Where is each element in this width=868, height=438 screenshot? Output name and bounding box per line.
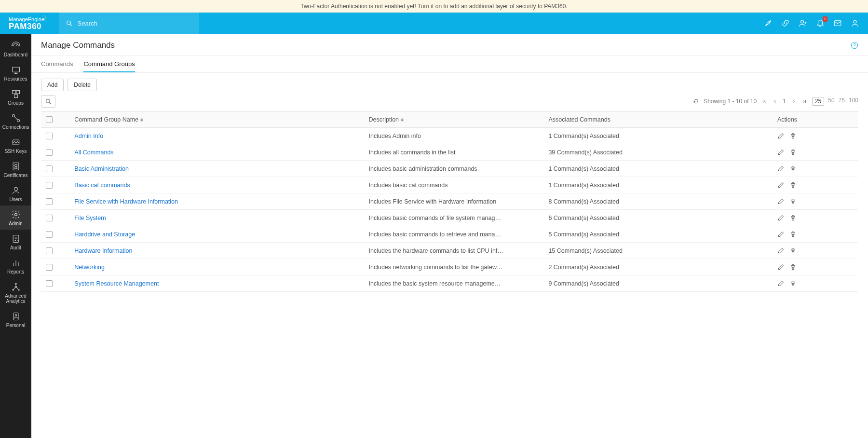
- group-assoc: 8 Command(s) Associated: [543, 193, 773, 210]
- nav-item-ssh-keys[interactable]: SSH Keys: [0, 133, 31, 157]
- search-input[interactable]: [78, 20, 192, 27]
- group-name-link[interactable]: Networking: [74, 264, 105, 271]
- tab-command-groups[interactable]: Command Groups: [83, 60, 135, 72]
- nav-item-certificates[interactable]: Certificates: [0, 157, 31, 181]
- edit-icon[interactable]: [777, 132, 785, 139]
- link-icon[interactable]: [781, 19, 790, 27]
- page-size-50[interactable]: 50: [828, 97, 834, 106]
- group-name-link[interactable]: File Service with Hardware Information: [74, 198, 178, 205]
- col-header-name[interactable]: Command Group Name: [69, 112, 364, 128]
- search-icon: [66, 20, 73, 27]
- nav-item-audit[interactable]: Audit: [0, 230, 31, 254]
- page-header: Manage Commands: [31, 34, 868, 55]
- row-checkbox[interactable]: [46, 165, 53, 172]
- table-search-toggle[interactable]: [41, 95, 55, 108]
- page-size-100[interactable]: 100: [849, 97, 858, 106]
- nav-icon: [11, 234, 21, 244]
- row-actions: [777, 165, 854, 172]
- delete-icon[interactable]: [789, 198, 797, 205]
- page-size-25[interactable]: 25: [812, 97, 824, 106]
- edit-icon[interactable]: [777, 165, 785, 172]
- svg-rect-12: [14, 95, 17, 98]
- row-actions: [777, 214, 854, 221]
- delete-icon[interactable]: [789, 132, 797, 139]
- sidenav: DashboardResourcesGroupsConnectionsSSH K…: [0, 34, 31, 438]
- row-checkbox[interactable]: [46, 231, 53, 238]
- edit-icon[interactable]: [777, 198, 785, 205]
- page-last-icon[interactable]: [801, 98, 807, 104]
- nav-icon: [11, 282, 21, 292]
- group-name-link[interactable]: Basic Administration: [74, 165, 129, 172]
- refresh-icon[interactable]: [693, 98, 699, 104]
- col-header-assoc: Associated Commands: [543, 112, 773, 128]
- delete-button[interactable]: Delete: [68, 79, 97, 91]
- page-next-icon[interactable]: [791, 98, 797, 104]
- user-plus-icon[interactable]: [799, 19, 807, 27]
- help-icon[interactable]: [851, 41, 858, 49]
- group-name-link[interactable]: File System: [74, 215, 106, 221]
- group-description: Includes networking commands to list the…: [369, 264, 504, 271]
- delete-icon[interactable]: [789, 165, 797, 172]
- page-prev-icon[interactable]: [772, 98, 778, 104]
- pager: Showing 1 - 10 of 10 1 255075100: [693, 97, 858, 106]
- svg-rect-11: [16, 91, 19, 94]
- row-checkbox[interactable]: [46, 149, 53, 156]
- row-checkbox[interactable]: [46, 280, 53, 287]
- delete-icon[interactable]: [789, 231, 797, 238]
- delete-icon[interactable]: [789, 263, 797, 271]
- nav-item-admin[interactable]: Admin: [0, 205, 31, 230]
- group-name-link[interactable]: Harddrive and Storage: [74, 231, 135, 238]
- notification-badge: 1: [823, 16, 827, 22]
- nav-item-personal[interactable]: Personal: [0, 307, 31, 331]
- edit-icon[interactable]: [777, 214, 785, 221]
- table-row: System Resource ManagementIncludes the b…: [41, 275, 858, 292]
- delete-icon[interactable]: [789, 280, 797, 287]
- row-checkbox[interactable]: [46, 133, 53, 139]
- nav-item-advanced-analytics[interactable]: Advanced Analytics: [0, 278, 31, 307]
- group-description: Includes File Service with Hardware Info…: [369, 198, 504, 205]
- edit-icon[interactable]: [777, 181, 785, 189]
- edit-icon[interactable]: [777, 280, 785, 287]
- row-checkbox[interactable]: [46, 264, 53, 271]
- group-name-link[interactable]: System Resource Management: [74, 280, 159, 287]
- group-name-link[interactable]: All Commands: [74, 149, 113, 156]
- group-name-link[interactable]: Basic cat commands: [74, 182, 130, 189]
- delete-icon[interactable]: [789, 149, 797, 156]
- row-checkbox[interactable]: [46, 198, 53, 205]
- group-name-link[interactable]: Hardware Information: [74, 247, 132, 254]
- select-all-checkbox[interactable]: [46, 116, 53, 123]
- mail-icon[interactable]: [833, 19, 842, 27]
- col-header-desc[interactable]: Description: [364, 112, 544, 128]
- notification-bell[interactable]: 1: [816, 18, 825, 28]
- tab-commands[interactable]: Commands: [41, 60, 73, 72]
- edit-icon[interactable]: [777, 149, 785, 156]
- nav-item-dashboard[interactable]: Dashboard: [0, 37, 31, 61]
- nav-item-users[interactable]: Users: [0, 181, 31, 205]
- nav-item-reports[interactable]: Reports: [0, 254, 31, 278]
- nav-item-resources[interactable]: Resources: [0, 61, 31, 85]
- row-checkbox[interactable]: [46, 182, 53, 189]
- profile-icon[interactable]: [851, 19, 859, 27]
- nav-icon: [11, 258, 21, 268]
- rocket-icon[interactable]: [764, 19, 773, 27]
- edit-icon[interactable]: [777, 247, 785, 254]
- delete-icon[interactable]: [789, 181, 797, 189]
- delete-icon[interactable]: [789, 214, 797, 221]
- global-search[interactable]: [59, 13, 199, 34]
- edit-icon[interactable]: [777, 231, 785, 238]
- group-assoc: 39 Command(s) Associated: [543, 144, 773, 161]
- nav-item-connections[interactable]: Connections: [0, 109, 31, 133]
- nav-item-groups[interactable]: Groups: [0, 85, 31, 109]
- tabs: CommandsCommand Groups: [31, 55, 868, 73]
- group-description: Includes basic cat commands: [369, 182, 504, 189]
- row-checkbox[interactable]: [46, 215, 53, 221]
- row-checkbox[interactable]: [46, 247, 53, 254]
- add-button[interactable]: Add: [41, 79, 64, 91]
- page-size-75[interactable]: 75: [839, 97, 845, 106]
- table-row: NetworkingIncludes networking commands t…: [41, 259, 858, 275]
- delete-icon[interactable]: [789, 247, 797, 254]
- group-name-link[interactable]: Admin Info: [74, 133, 103, 139]
- page-first-icon[interactable]: [761, 98, 767, 104]
- edit-icon[interactable]: [777, 263, 785, 271]
- table-row: Basic AdministrationIncludes basic admin…: [41, 161, 858, 177]
